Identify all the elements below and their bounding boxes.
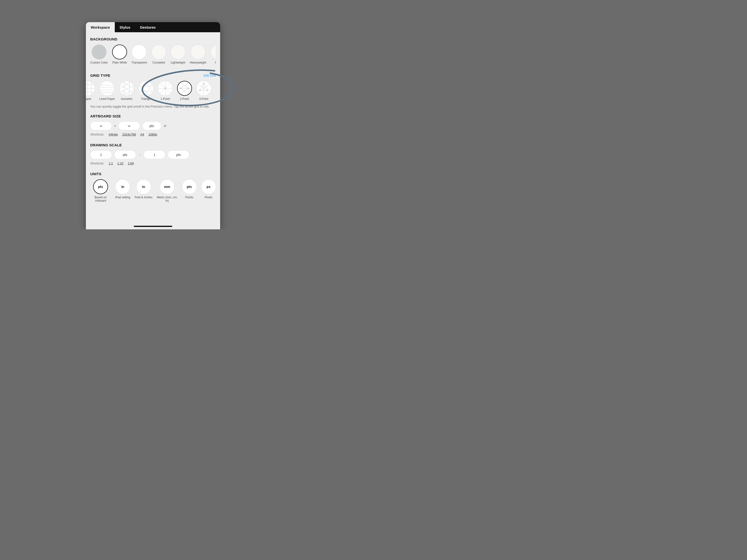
artboard-title: ARTBOARD SIZE xyxy=(90,114,216,118)
bg-swatch-crumpled xyxy=(151,45,166,59)
unit-ipad[interactable]: in iPad setting xyxy=(115,179,130,203)
grid-label: 3-Point xyxy=(199,97,208,101)
grid-label: 2-Point xyxy=(180,97,189,101)
grid-2point[interactable]: 2-Point xyxy=(177,81,192,101)
shortcut-1-10[interactable]: 1:10 xyxy=(118,161,123,165)
shortcut-1080p[interactable]: 1080p xyxy=(149,133,157,136)
svg-line-16 xyxy=(120,83,134,95)
grid-swatch xyxy=(86,81,95,96)
shortcuts-label: Shortcuts: xyxy=(90,161,104,165)
unit-feet-inches[interactable]: in Feet & Inches xyxy=(135,179,153,203)
tab-stylus[interactable]: Stylus xyxy=(115,22,135,32)
bg-swatch-lightweight xyxy=(171,45,185,59)
shortcut-1-1[interactable]: 1:1 xyxy=(109,161,113,165)
grid-row: Paper Lined Paper Isometric xyxy=(86,81,216,101)
shortcut-1024x768[interactable]: 1024x768 xyxy=(122,133,136,136)
artboard-unit-select[interactable]: pts xyxy=(143,122,161,130)
svg-line-44 xyxy=(200,83,204,91)
grid-swatch xyxy=(119,81,134,96)
shortcuts-label: Shortcuts: xyxy=(90,133,104,136)
bg-label: Plain White xyxy=(112,61,127,64)
grid-1point[interactable]: 1-Point xyxy=(158,81,173,101)
artboard-x-sep: x xyxy=(114,124,116,128)
bg-swatch-ripp xyxy=(210,45,216,59)
settings-panel: Workspace Stylus Gestures BACKGROUND Cus… xyxy=(86,22,220,229)
bg-heavyweight[interactable]: Heavyweight xyxy=(190,45,206,64)
bg-transparent[interactable]: Transparent xyxy=(131,45,147,64)
unit-metric[interactable]: mm Metric (mm, cm, m) xyxy=(157,179,178,203)
svg-point-33 xyxy=(164,88,166,89)
scale-inputs: 1 pts : 1 pts xyxy=(86,150,220,159)
bg-swatch-heavyweight xyxy=(190,45,205,59)
grid-label: Isometric xyxy=(121,97,133,101)
bg-ripp[interactable]: Ripp xyxy=(210,45,216,64)
bg-label: Crumpled xyxy=(153,61,165,64)
tab-bar: Workspace Stylus Gestures xyxy=(86,22,220,32)
scale-b-unit[interactable]: pts xyxy=(168,150,189,159)
svg-point-41 xyxy=(188,88,189,89)
unit-label: Pixels xyxy=(205,196,212,199)
section-grid-type: GRID TYPE Edit Grid Paper Lined Paper xyxy=(86,73,220,101)
grid-title: GRID TYPE xyxy=(90,73,110,77)
bg-custom-color[interactable]: Custom Color xyxy=(90,45,108,64)
grid-label: Triangle xyxy=(141,97,151,101)
bg-lightweight[interactable]: Lightweight xyxy=(171,45,185,64)
tab-gestures[interactable]: Gestures xyxy=(135,22,160,32)
svg-line-38 xyxy=(180,83,188,88)
grid-swatch xyxy=(177,81,192,96)
grid-help-text: You can quickly toggle the grid on/off i… xyxy=(86,103,220,114)
scale-a-unit[interactable]: pts xyxy=(114,150,136,159)
bg-plain-white[interactable]: Plain White xyxy=(112,45,127,64)
svg-line-37 xyxy=(181,88,189,94)
home-indicator xyxy=(134,226,172,227)
unit-artboard[interactable]: pts Based on Artboard xyxy=(90,179,111,203)
grid-triangle[interactable]: Triangle xyxy=(138,81,154,101)
scale-shortcuts: Shortcuts: 1:1 1:10 1:64 xyxy=(86,161,220,172)
bg-label: Custom Color xyxy=(90,61,108,64)
scale-colon: : xyxy=(138,153,141,157)
unit-label: Metric (mm, cm, m) xyxy=(157,196,178,203)
unit-label: Feet & Inches xyxy=(135,196,153,199)
grid-swatch xyxy=(138,81,154,96)
artboard-width-input[interactable]: ∞ xyxy=(90,122,112,130)
grid-isometric[interactable]: Isometric xyxy=(119,81,134,101)
scale-b-value[interactable]: 1 xyxy=(144,150,165,159)
section-artboard: ARTBOARD SIZE xyxy=(86,114,220,118)
svg-line-18 xyxy=(120,81,134,90)
unit-points[interactable]: pts Points xyxy=(182,179,197,203)
shortcut-infinite[interactable]: Infinite xyxy=(109,133,118,136)
unit-swatch: in xyxy=(115,179,130,194)
bg-label: Transparent xyxy=(131,61,147,64)
grid-swatch xyxy=(196,81,211,96)
tab-workspace[interactable]: Workspace xyxy=(86,22,115,32)
unit-pixels[interactable]: px Pixels xyxy=(201,179,216,203)
shortcut-a4[interactable]: A4 xyxy=(140,133,144,136)
unit-swatch: mm xyxy=(160,179,175,194)
section-scale: DRAWING SCALE xyxy=(86,143,220,147)
svg-line-36 xyxy=(181,83,189,88)
grid-3point[interactable]: 3-Point xyxy=(196,81,211,101)
scale-title: DRAWING SCALE xyxy=(90,143,216,147)
bg-label: Heavyweight xyxy=(190,61,206,64)
section-units: UNITS pts Based on Artboard in iPad sett… xyxy=(86,172,220,203)
svg-line-15 xyxy=(120,81,134,90)
grid-lined[interactable]: Lined Paper xyxy=(99,81,115,101)
svg-point-51 xyxy=(203,83,204,84)
svg-line-24 xyxy=(141,81,153,96)
bg-label: Ripp xyxy=(215,61,216,64)
unit-label: iPad setting xyxy=(115,196,130,199)
svg-point-49 xyxy=(199,90,200,91)
artboard-height-input[interactable]: ∞ xyxy=(119,122,140,130)
shortcut-1-64[interactable]: 1:64 xyxy=(128,161,134,165)
bg-crumpled[interactable]: Crumpled xyxy=(151,45,166,64)
grid-swatch xyxy=(158,81,173,96)
panel-content: BACKGROUND Custom Color Plain White Tran… xyxy=(86,32,220,229)
bg-swatch-white xyxy=(112,45,127,59)
unit-swatch: pts xyxy=(182,179,197,194)
swap-orientation-icon[interactable]: ⇄ xyxy=(163,124,166,128)
unit-swatch: pts xyxy=(93,179,108,194)
grid-paper[interactable]: Paper xyxy=(86,81,95,101)
scale-a-value[interactable]: 1 xyxy=(90,150,112,159)
grid-label: Paper xyxy=(86,97,92,101)
edit-grid-link[interactable]: Edit Grid xyxy=(204,74,216,77)
